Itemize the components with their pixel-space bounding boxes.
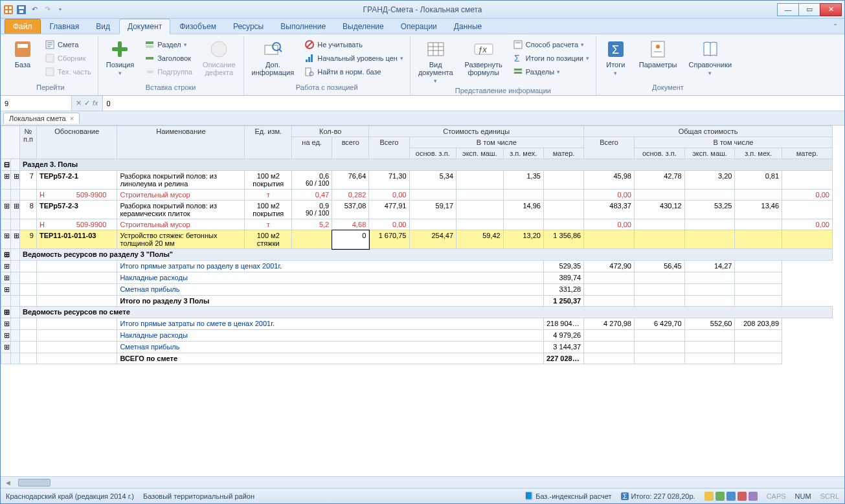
col-num[interactable]: № п.п	[20, 126, 37, 159]
naiti-norm-button[interactable]: Найти в норм. базе	[302, 66, 406, 78]
opisanie-defekta-button: Описание дефекта	[199, 38, 240, 78]
col-ed[interactable]: Ед. изм.	[245, 126, 292, 159]
close-tab-icon[interactable]: ×	[70, 115, 74, 122]
search-db-icon	[304, 67, 315, 77]
group-rabota-label: Работа с позицией	[248, 82, 406, 94]
sposob-rascheta-button[interactable]: Способ расчета	[510, 39, 592, 50]
tab-operacii[interactable]: Операции	[393, 19, 445, 34]
maximize-button[interactable]: ▭	[798, 3, 820, 16]
section-row: ⊟Раздел 3. Полы	[1, 159, 833, 171]
minimize-button[interactable]: —	[777, 3, 799, 16]
col-vsego2[interactable]: Всего	[369, 137, 409, 159]
formula-accept-icon[interactable]: ✓	[84, 99, 90, 107]
itogi-pozicii-button[interactable]: ΣИтоги по позиции	[510, 52, 592, 64]
formula-value[interactable]: 0	[102, 96, 844, 111]
table-row: ⊞Сметная прибыль331,28	[1, 284, 833, 296]
svg-line-24	[307, 42, 312, 47]
table-row: Итого по разделу 3 Полы1 250,37	[1, 296, 833, 307]
svg-point-19	[211, 41, 227, 57]
qat-save-icon[interactable]	[16, 5, 27, 15]
tab-vid[interactable]: Вид	[88, 19, 118, 34]
tab-vypolnenie[interactable]: Выполнение	[273, 19, 333, 34]
qat-undo-icon[interactable]: ↶	[29, 5, 39, 15]
col-obsh[interactable]: Общая стоимость	[584, 126, 833, 137]
tab-glavnaya[interactable]: Главная	[42, 19, 87, 34]
status-icon-3[interactable]	[727, 492, 736, 501]
ne-uchityvat-button[interactable]: Не учитывать	[302, 39, 406, 50]
itogi-button[interactable]: ΣИтоги	[600, 38, 631, 78]
svg-rect-52	[749, 492, 758, 501]
table-row: ⊞Итого прямые затраты по смете в ценах 2…	[1, 318, 833, 330]
razdely-button[interactable]: Разделы	[510, 66, 592, 78]
poziciya-button[interactable]: Позиция	[102, 38, 139, 78]
svg-rect-26	[308, 57, 310, 62]
parametry-button[interactable]: Параметры	[635, 38, 681, 70]
vid-dokumenta-button[interactable]: Вид документа	[414, 38, 457, 85]
ribbon-collapse-icon[interactable]: ⌃	[833, 23, 838, 30]
table-row: ⊞⊞ 7ТЕРр57-2-1 Разборка покрытий полов: …	[1, 171, 833, 190]
col-vsego3[interactable]: Всего	[584, 137, 635, 159]
col-vsego1[interactable]: всего	[332, 137, 369, 159]
status-icon-4[interactable]	[738, 492, 747, 501]
forbidden-icon	[304, 39, 315, 50]
status-icon-5[interactable]	[749, 492, 758, 501]
col-kolvo[interactable]: Кол-во	[292, 126, 369, 137]
grid-container[interactable]: № п.п Обоснование Наименование Ед. изм. …	[1, 126, 844, 476]
svg-rect-50	[727, 492, 736, 501]
qat-dropdown-icon[interactable]: ▾	[55, 5, 65, 15]
col-obos[interactable]: Обоснование	[36, 126, 117, 159]
col-vtom1[interactable]: В том числе	[409, 137, 584, 148]
close-button[interactable]: ✕	[820, 3, 842, 16]
qat-app-icon[interactable]	[3, 5, 14, 15]
svg-text:Σ: Σ	[514, 53, 520, 63]
tab-resursy[interactable]: Ресурсы	[225, 19, 271, 34]
ribbon: База Смета Сборник Тех. часть Перейти По…	[1, 34, 844, 96]
level-icon	[304, 53, 315, 63]
table-row: ⊞Итого прямые затраты по разделу в ценах…	[1, 261, 833, 272]
col-naed[interactable]: на ед.	[292, 137, 332, 159]
status-calc-type[interactable]: 📘Баз.-индексный расчет	[524, 492, 611, 501]
svg-rect-49	[715, 492, 725, 501]
svg-rect-16	[146, 45, 153, 48]
nachal-uroven-button[interactable]: Начальный уровень цен	[302, 52, 406, 64]
spravochniki-button[interactable]: Справочники	[684, 38, 736, 78]
estimate-grid: № п.п Обоснование Наименование Ед. изм. …	[1, 126, 833, 364]
status-icons[interactable]	[704, 492, 758, 501]
status-num: NUM	[795, 492, 811, 500]
group-vstavka-label: Вставка строки	[102, 82, 240, 94]
status-itogo[interactable]: ΣИтого: 227 028,20р.	[621, 492, 695, 500]
tab-dannye[interactable]: Данные	[446, 19, 490, 34]
status-icon-2[interactable]	[715, 492, 725, 501]
tech-chast-button: Тех. часть	[42, 66, 94, 78]
qat-redo-icon[interactable]: ↷	[42, 5, 52, 15]
baza-button[interactable]: База	[7, 38, 38, 70]
doc-tab-local-smeta[interactable]: Локальная смета×	[3, 113, 80, 124]
horizontal-scrollbar[interactable]: ◄	[1, 476, 844, 488]
sections-icon	[513, 67, 523, 77]
smeta-button[interactable]: Смета	[42, 39, 94, 50]
status-region[interactable]: Краснодарский край (редакция 2014 г.)	[6, 492, 134, 500]
razdel-icon	[144, 39, 155, 50]
status-territory[interactable]: Базовый территориальный район	[143, 492, 254, 500]
tab-vydelenie[interactable]: Выделение	[335, 19, 392, 34]
col-naim[interactable]: Наименование	[117, 126, 245, 159]
svg-rect-15	[146, 41, 153, 44]
defekt-icon	[208, 39, 229, 60]
col-vtom2[interactable]: В том числе	[634, 137, 832, 148]
razdel-button[interactable]: Раздел	[142, 39, 195, 50]
cell-reference[interactable]: 9	[1, 96, 72, 111]
razvernut-formuly-button[interactable]: ƒxРазвернуть формулы	[461, 38, 506, 78]
tech-icon	[45, 67, 55, 77]
titlebar: ↶ ↷ ▾ ГРАНД-Смета - Локальная смета — ▭ …	[1, 1, 844, 19]
formula-cancel-icon[interactable]: ✕	[76, 99, 82, 107]
col-stedin[interactable]: Стоимость единицы	[369, 126, 584, 137]
status-icon-1[interactable]	[704, 492, 714, 501]
zagolovok-button[interactable]: Заголовок	[142, 52, 195, 64]
podgruppa-button: Подгруппа	[142, 66, 195, 78]
sum-icon: Σ	[605, 39, 626, 60]
tab-file[interactable]: Файл	[5, 19, 41, 34]
dop-info-button[interactable]: Доп. информация	[248, 38, 299, 78]
fx-label[interactable]: fx	[93, 99, 98, 107]
tab-fizobem[interactable]: Физобъем	[172, 19, 224, 34]
tab-dokument[interactable]: Документ	[119, 19, 170, 34]
